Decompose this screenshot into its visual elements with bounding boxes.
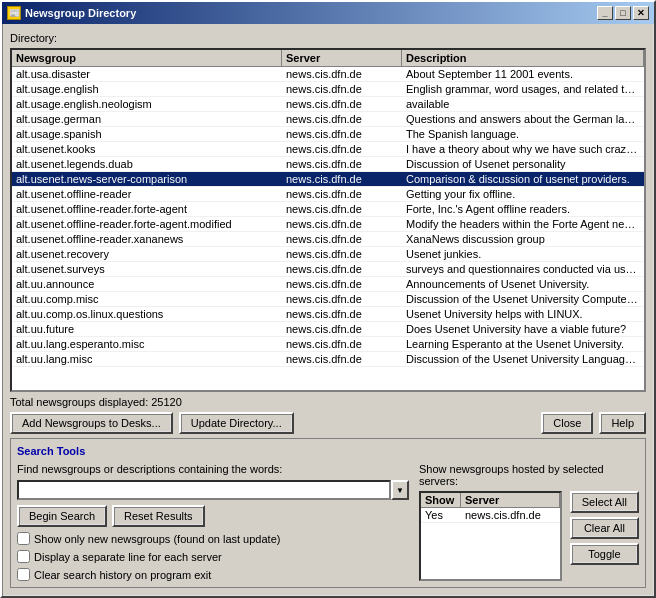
search-tools-box: Search Tools Find newsgroups or descript…	[10, 438, 646, 588]
cell-newsgroup: alt.usage.german	[12, 112, 282, 126]
find-label: Find newsgroups or descriptions containi…	[17, 463, 409, 475]
window-icon: 📰	[7, 6, 21, 20]
total-newsgroups-label: Total newsgroups displayed: 25120	[10, 396, 646, 408]
checkbox-separate-line-input[interactable]	[17, 550, 30, 563]
cell-newsgroup: alt.usenet.kooks	[12, 142, 282, 156]
cell-server: news.cis.dfn.de	[282, 277, 402, 291]
table-row[interactable]: alt.usenet.news-server-comparison news.c…	[12, 172, 644, 187]
table-row[interactable]: alt.usage.spanish news.cis.dfn.de The Sp…	[12, 127, 644, 142]
col-header-description[interactable]: Description	[402, 50, 644, 66]
cell-newsgroup: alt.uu.announce	[12, 277, 282, 291]
cell-server: news.cis.dfn.de	[282, 187, 402, 201]
minimize-button[interactable]: _	[597, 6, 613, 20]
table-row[interactable]: alt.uu.announce news.cis.dfn.de Announce…	[12, 277, 644, 292]
checkbox-clear-history: Clear search history on program exit	[17, 568, 409, 581]
cell-description: About September 11 2001 events.	[402, 67, 644, 81]
server-col-server-header: Server	[461, 493, 560, 507]
checkbox-new-newsgroups-label: Show only new newsgroups (found on last …	[34, 533, 280, 545]
cell-server: news.cis.dfn.de	[282, 262, 402, 276]
add-newsgroups-button[interactable]: Add Newsgroups to Desks...	[10, 412, 173, 434]
table-row[interactable]: alt.uu.comp.misc news.cis.dfn.de Discuss…	[12, 292, 644, 307]
select-all-button[interactable]: Select All	[570, 491, 639, 513]
table-row[interactable]: alt.usenet.surveys news.cis.dfn.de surve…	[12, 262, 644, 277]
checkbox-separate-line: Display a separate line for each server	[17, 550, 409, 563]
title-bar-left: 📰 Newsgroup Directory	[7, 6, 136, 20]
main-button-row: Add Newsgroups to Desks... Update Direct…	[10, 412, 646, 434]
cell-newsgroup: alt.usage.english	[12, 82, 282, 96]
main-window: 📰 Newsgroup Directory _ □ ✕ Directory: N…	[0, 0, 656, 598]
cell-description: XanaNews discussion group	[402, 232, 644, 246]
checkbox-clear-history-input[interactable]	[17, 568, 30, 581]
cell-description: Forte, Inc.'s Agent offline readers.	[402, 202, 644, 216]
window-close-button[interactable]: ✕	[633, 6, 649, 20]
cell-description: surveys and questionnaires conducted via…	[402, 262, 644, 276]
table-row[interactable]: alt.usage.english news.cis.dfn.de Englis…	[12, 82, 644, 97]
newsgroup-table-container: Newsgroup Server Description alt.usa.dis…	[10, 48, 646, 392]
col-header-server[interactable]: Server	[282, 50, 402, 66]
reset-results-button[interactable]: Reset Results	[112, 505, 204, 527]
search-input[interactable]	[17, 480, 391, 500]
help-button[interactable]: Help	[599, 412, 646, 434]
cell-server: news.cis.dfn.de	[282, 307, 402, 321]
checkbox-new-newsgroups-input[interactable]	[17, 532, 30, 545]
begin-search-button[interactable]: Begin Search	[17, 505, 107, 527]
cell-server: news.cis.dfn.de	[282, 82, 402, 96]
search-dropdown-button[interactable]: ▼	[391, 480, 409, 500]
window-title: Newsgroup Directory	[25, 7, 136, 19]
cell-newsgroup: alt.uu.comp.os.linux.questions	[12, 307, 282, 321]
cell-newsgroup: alt.uu.lang.esperanto.misc	[12, 337, 282, 351]
cell-server: news.cis.dfn.de	[282, 112, 402, 126]
update-directory-button[interactable]: Update Directory...	[179, 412, 294, 434]
cell-server: news.cis.dfn.de	[282, 247, 402, 261]
cell-server: news.cis.dfn.de	[282, 157, 402, 171]
table-row[interactable]: alt.usa.disaster news.cis.dfn.de About S…	[12, 67, 644, 82]
search-input-row: ▼	[17, 480, 409, 500]
table-header: Newsgroup Server Description	[12, 50, 644, 67]
cell-server: news.cis.dfn.de	[282, 322, 402, 336]
cell-server: news.cis.dfn.de	[282, 67, 402, 81]
server-section-label: Show newsgroups hosted by selected serve…	[419, 463, 639, 487]
server-table-header: Show Server	[421, 493, 560, 508]
cell-description: Comparison & discussion of usenet provid…	[402, 172, 644, 186]
cell-newsgroup: alt.usenet.news-server-comparison	[12, 172, 282, 186]
search-left: Find newsgroups or descriptions containi…	[17, 463, 409, 581]
table-body[interactable]: alt.usa.disaster news.cis.dfn.de About S…	[12, 67, 644, 390]
cell-server: news.cis.dfn.de	[282, 217, 402, 231]
cell-description: The Spanish language.	[402, 127, 644, 141]
cell-description: Discussion of the Usenet University Comp…	[402, 292, 644, 306]
table-row[interactable]: alt.usenet.offline-reader news.cis.dfn.d…	[12, 187, 644, 202]
close-button[interactable]: Close	[541, 412, 593, 434]
table-row[interactable]: alt.usenet.legends.duab news.cis.dfn.de …	[12, 157, 644, 172]
checkbox-separate-line-label: Display a separate line for each server	[34, 551, 222, 563]
cell-newsgroup: alt.usenet.surveys	[12, 262, 282, 276]
table-row[interactable]: alt.uu.lang.esperanto.misc news.cis.dfn.…	[12, 337, 644, 352]
cell-server: news.cis.dfn.de	[282, 352, 402, 366]
col-header-newsgroup[interactable]: Newsgroup	[12, 50, 282, 66]
table-row[interactable]: alt.usage.english.neologism news.cis.dfn…	[12, 97, 644, 112]
cell-server: news.cis.dfn.de	[282, 97, 402, 111]
table-row[interactable]: alt.uu.comp.os.linux.questions news.cis.…	[12, 307, 644, 322]
table-row[interactable]: alt.usenet.offline-reader.xananews news.…	[12, 232, 644, 247]
table-row[interactable]: alt.usenet.recovery news.cis.dfn.de Usen…	[12, 247, 644, 262]
table-row[interactable]: alt.usenet.offline-reader.forte-agent.mo…	[12, 217, 644, 232]
search-btn-row: Begin Search Reset Results	[17, 505, 409, 527]
cell-description: Usenet junkies.	[402, 247, 644, 261]
window-body: Directory: Newsgroup Server Description …	[2, 24, 654, 596]
clear-all-button[interactable]: Clear All	[570, 517, 639, 539]
server-row[interactable]: Yes news.cis.dfn.de	[421, 508, 560, 523]
cell-server: news.cis.dfn.de	[282, 127, 402, 141]
maximize-button[interactable]: □	[615, 6, 631, 20]
table-row[interactable]: alt.usage.german news.cis.dfn.de Questio…	[12, 112, 644, 127]
table-row[interactable]: alt.uu.future news.cis.dfn.de Does Usene…	[12, 322, 644, 337]
table-row[interactable]: alt.usenet.kooks news.cis.dfn.de I have …	[12, 142, 644, 157]
cell-description: I have a theory about why we have such c…	[402, 142, 644, 156]
table-row[interactable]: alt.usenet.offline-reader.forte-agent ne…	[12, 202, 644, 217]
cell-newsgroup: alt.usage.english.neologism	[12, 97, 282, 111]
checkbox-new-newsgroups: Show only new newsgroups (found on last …	[17, 532, 409, 545]
cell-server: news.cis.dfn.de	[282, 202, 402, 216]
cell-newsgroup: alt.usenet.offline-reader.forte-agent.mo…	[12, 217, 282, 231]
toggle-button[interactable]: Toggle	[570, 543, 639, 565]
cell-server: news.cis.dfn.de	[282, 172, 402, 186]
search-tools-title: Search Tools	[17, 445, 639, 457]
table-row[interactable]: alt.uu.lang.misc news.cis.dfn.de Discuss…	[12, 352, 644, 367]
